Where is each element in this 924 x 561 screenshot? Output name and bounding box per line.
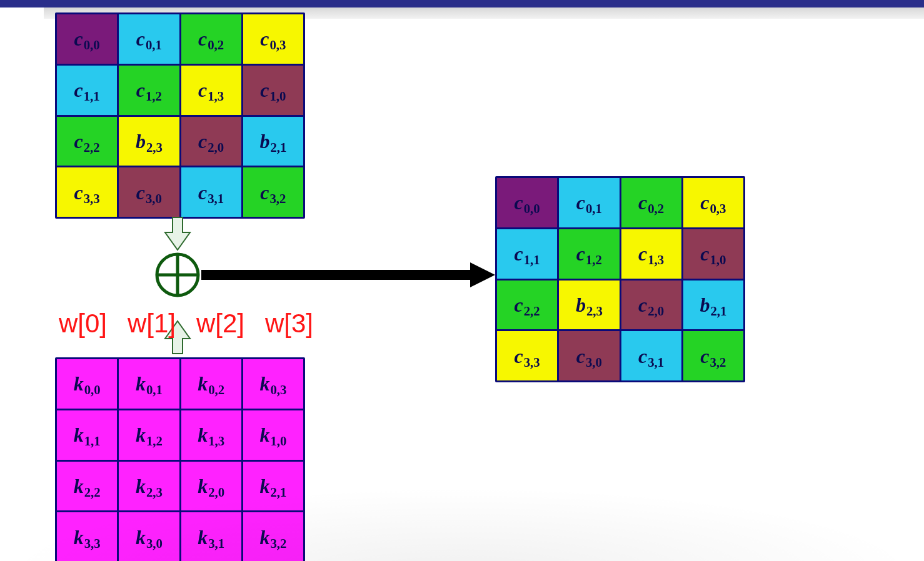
cell-subscript: 3,3	[524, 356, 540, 369]
cell-letter: c	[515, 346, 523, 366]
matrix-cell: c2,2	[57, 117, 117, 166]
matrix-cell: c3,3	[57, 167, 117, 217]
matrix-cell: c0,1	[119, 14, 179, 64]
matrix-cell: k2,1	[243, 462, 303, 511]
cell-letter: k	[198, 527, 208, 547]
cell-letter: b	[700, 295, 710, 315]
matrix-cell: c1,3	[181, 66, 241, 115]
matrix-cell: c1,1	[497, 229, 557, 279]
matrix-cell: c3,2	[243, 167, 303, 217]
cell-letter: c	[576, 346, 585, 366]
cell-letter: k	[74, 476, 84, 496]
cell-subscript: 1,2	[586, 254, 602, 267]
cell-subscript: 0,3	[269, 39, 286, 52]
matrix-cell: c0,3	[243, 14, 303, 64]
matrix-cell: c0,0	[497, 178, 557, 227]
cell-letter: c	[198, 29, 207, 49]
cell-letter: c	[198, 182, 207, 202]
cell-letter: k	[259, 527, 269, 547]
cell-subscript: 0,1	[586, 202, 602, 216]
matrix-cell: c3,0	[559, 331, 619, 380]
cell-subscript: 3,3	[84, 192, 100, 206]
matrix-cell: k3,2	[243, 512, 303, 561]
matrix-cell: c0,2	[181, 14, 241, 64]
cell-letter: k	[136, 374, 146, 394]
cell-subscript: 0,0	[84, 39, 100, 52]
cell-letter: k	[136, 527, 146, 547]
svg-rect-3	[201, 270, 470, 280]
cell-letter: c	[638, 346, 647, 366]
matrix-cell: c3,1	[181, 167, 241, 217]
cell-letter: c	[74, 131, 83, 151]
matrix-cell: k1,2	[119, 410, 179, 460]
cell-letter: c	[136, 80, 145, 100]
cell-subscript: 2,1	[710, 305, 726, 318]
w-label-3: w[3]	[265, 309, 328, 339]
cell-letter: k	[198, 374, 208, 394]
cell-subscript: 3,2	[270, 537, 286, 550]
state-matrix: c0,0c0,1c0,2c0,3c1,1c1,2c1,3c1,0c2,2b2,3…	[55, 12, 305, 219]
matrix-cell: c3,3	[497, 331, 557, 380]
matrix-cell: c1,0	[243, 66, 303, 115]
matrix-cell: c1,3	[621, 229, 681, 279]
cell-subscript: 0,2	[648, 202, 664, 216]
matrix-cell: c2,0	[621, 280, 681, 330]
matrix-cell: k2,2	[57, 462, 117, 511]
round-key-matrix: k0,0k0,1k0,2k0,3k1,1k1,2k1,3k1,0k2,2k2,3…	[55, 357, 305, 561]
cell-letter: c	[74, 182, 83, 202]
round-key-column-labels: w[0] w[1] w[2] w[3]	[59, 309, 328, 339]
cell-subscript: 3,1	[208, 192, 224, 206]
matrix-cell: c2,2	[497, 280, 557, 330]
cell-letter: k	[74, 374, 84, 394]
cell-letter: c	[700, 192, 709, 212]
diagram-canvas: c0,0c0,1c0,2c0,3c1,1c1,2c1,3c1,0c2,2b2,3…	[0, 0, 924, 561]
matrix-cell: k1,3	[181, 410, 241, 460]
result-matrix: c0,0c0,1c0,2c0,3c1,1c1,2c1,3c1,0c2,2b2,3…	[495, 176, 745, 382]
matrix-cell: k0,0	[57, 359, 117, 409]
matrix-cell: k3,0	[119, 512, 179, 561]
matrix-cell: c0,2	[621, 178, 681, 227]
cell-subscript: 0,3	[270, 384, 286, 397]
cell-letter: k	[198, 425, 208, 445]
cell-letter: c	[260, 182, 269, 202]
matrix-cell: c1,2	[119, 66, 179, 115]
xor-operator-icon	[154, 251, 201, 299]
cell-subscript: 2,1	[270, 486, 286, 499]
cell-letter: c	[638, 192, 647, 212]
cell-subscript: 2,2	[524, 305, 540, 318]
cell-subscript: 0,0	[524, 202, 540, 216]
cell-subscript: 0,2	[208, 384, 224, 397]
cell-subscript: 3,0	[146, 537, 163, 550]
w-label-1: w[1]	[128, 309, 190, 339]
matrix-cell: c0,3	[683, 178, 743, 227]
cell-letter: b	[576, 295, 586, 315]
w-label-2: w[2]	[196, 309, 259, 339]
cell-subscript: 1,0	[269, 90, 286, 103]
cell-letter: k	[259, 476, 269, 496]
cell-letter: c	[515, 192, 523, 212]
cell-subscript: 3,2	[269, 192, 286, 206]
cell-letter: b	[136, 131, 146, 151]
cell-letter: c	[136, 29, 145, 49]
svg-marker-4	[470, 262, 495, 287]
cell-subscript: 3,2	[710, 356, 726, 369]
cell-letter: c	[515, 295, 523, 315]
cell-letter: c	[74, 29, 83, 49]
cell-letter: k	[259, 425, 269, 445]
matrix-cell: c2,0	[181, 117, 241, 166]
cell-letter: c	[638, 244, 647, 264]
matrix-cell: c1,0	[683, 229, 743, 279]
cell-subscript: 2,0	[208, 141, 224, 154]
matrix-cell: c3,1	[621, 331, 681, 380]
cell-subscript: 2,1	[270, 141, 286, 154]
cell-letter: c	[576, 244, 585, 264]
cell-subscript: 1,3	[208, 435, 224, 448]
cell-letter: k	[259, 374, 269, 394]
cell-letter: c	[700, 346, 709, 366]
matrix-cell: k3,3	[57, 512, 117, 561]
matrix-cell: c0,0	[57, 14, 117, 64]
cell-letter: c	[198, 131, 207, 151]
cell-subscript: 3,1	[648, 356, 664, 369]
matrix-cell: c1,1	[57, 66, 117, 115]
matrix-cell: b2,1	[243, 117, 303, 166]
